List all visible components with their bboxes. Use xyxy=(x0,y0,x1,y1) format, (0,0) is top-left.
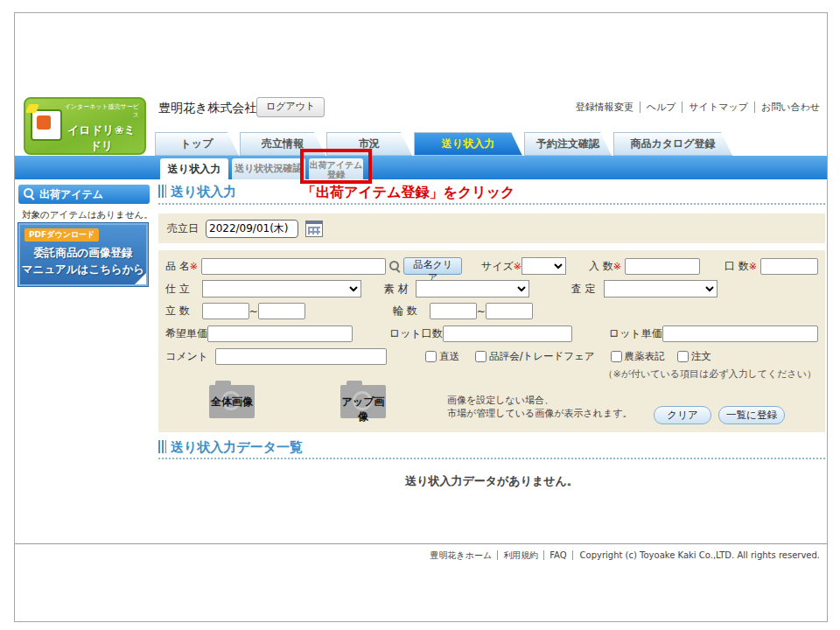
sale-date-bar: 売立日 xyxy=(158,214,825,243)
shitate-label: 仕 立 xyxy=(165,282,190,297)
blooms-max-input[interactable] xyxy=(486,303,533,319)
product-clear-button[interactable]: 品名クリア xyxy=(403,257,461,275)
quantity-input[interactable] xyxy=(625,258,700,275)
invoice-form-panel: 品 名※ 品名クリア サイズ※ 入 数※ 口 数※ 仕 立 素 材 査 定 立 … xyxy=(158,250,825,432)
sidebar-empty-message: 対象のアイテムはありません。 xyxy=(22,209,153,221)
price-input[interactable] xyxy=(207,326,353,342)
lot-price-label: ロット単価 xyxy=(609,326,662,341)
comment-input[interactable] xyxy=(215,348,387,365)
whole-image-label: 全体画像 xyxy=(207,395,256,410)
logo-cube-icon xyxy=(31,109,62,141)
product-search-icon[interactable] xyxy=(389,261,400,272)
lot-price-input[interactable] xyxy=(662,326,818,342)
sidebar-header-label: 出荷アイテム xyxy=(39,188,103,200)
quantity-label: 入 数 xyxy=(589,259,613,274)
footer-link-terms[interactable]: 利用規約 xyxy=(498,550,544,560)
subtab-invoice-entry[interactable]: 送り状入力 xyxy=(160,158,228,179)
subtab-invoice-status[interactable]: 送り状状況確認 xyxy=(232,158,305,179)
tab-top[interactable]: トップ xyxy=(155,132,239,156)
product-name-input[interactable] xyxy=(201,258,386,275)
form-row-product: 品 名※ 品名クリア サイズ※ 入 数※ 口 数※ xyxy=(165,257,818,275)
tab-reservation-check[interactable]: 予約注文確認 xyxy=(524,132,612,156)
image-note: 画像を設定しない場合、 市場が管理している画像が表示されます。 xyxy=(447,394,633,420)
closeup-image-label: アップ画像 xyxy=(339,395,388,424)
tab-sales-info[interactable]: 売立情報 xyxy=(240,132,326,156)
page-title: 送り状入力 xyxy=(158,183,236,200)
stems-min-input[interactable] xyxy=(202,303,249,319)
pdf-download-badge: PDFダウンロード xyxy=(24,228,99,242)
footer: 豊明花きホーム利用規約FAQCopyright (c) Toyoake Kaki… xyxy=(424,550,820,562)
sidebar-shipping-items-header: 出荷アイテム xyxy=(18,185,150,204)
grade-label: 査 定 xyxy=(571,282,596,297)
search-icon xyxy=(24,188,35,200)
title-bars-icon xyxy=(158,185,166,198)
footer-copyright: Copyright (c) Toyoake Kaki Co.,LTD. All … xyxy=(573,550,820,560)
comment-label: コメント xyxy=(165,349,208,364)
data-list-empty-message: 送り状入力データがありません。 xyxy=(158,473,825,489)
customer-name: 豊明花き株式会社様 xyxy=(158,101,269,116)
size-label: サイズ xyxy=(481,259,514,274)
product-name-label: 品 名 xyxy=(165,259,190,274)
sub-tab-bar xyxy=(15,156,827,179)
dotted-divider xyxy=(158,203,825,205)
blooms-label: 輪 数 xyxy=(393,304,417,318)
material-label: 素 材 xyxy=(384,282,409,297)
lot-count-input[interactable] xyxy=(443,326,572,342)
logo-brand: イロドリ❀ミドリ xyxy=(64,122,139,154)
subtab-shipping-item-register[interactable]: 出荷アイテム登録 xyxy=(309,158,363,179)
checkbox-trade-fair[interactable]: 品評会/トレードフェア xyxy=(475,350,595,363)
checkbox-pesticide-note[interactable]: 農薬表記 xyxy=(611,350,665,363)
click-instruction-annotation: 「出荷アイテム登録」をクリック xyxy=(302,184,514,202)
stems-label: 立 数 xyxy=(165,304,190,318)
logo-service-line: インターネット販売サービス xyxy=(64,102,139,120)
count-input[interactable] xyxy=(760,258,818,275)
tab-invoice-entry[interactable]: 送り状入力 xyxy=(414,132,522,156)
shitate-select[interactable] xyxy=(202,280,361,298)
stems-max-input[interactable] xyxy=(258,303,305,319)
count-label: 口 数 xyxy=(724,259,749,274)
logout-button[interactable]: ログアウト xyxy=(256,97,325,117)
tab-catalog-register[interactable]: 商品カタログ登録 xyxy=(613,132,732,156)
form-row-prices: 希望単価 ロット口数 ロット単価 xyxy=(165,326,818,342)
dotted-divider-2 xyxy=(158,458,825,459)
link-account-settings[interactable]: 登録情報変更 xyxy=(570,102,640,113)
page-frame: インターネット販売サービス イロドリ❀ミドリ 豊明花き株式会社 豊明花き株式会社… xyxy=(14,12,828,622)
tab-market[interactable]: 市況 xyxy=(326,132,412,156)
closeup-image-upload[interactable]: アップ画像 xyxy=(340,385,386,418)
blooms-min-input[interactable] xyxy=(430,303,477,319)
form-row-style: 仕 立 素 材 査 定 xyxy=(165,280,818,298)
form-row-comment: コメント 直送 品評会/トレードフェア 農薬表記 注文 xyxy=(165,348,818,365)
sale-date-input[interactable] xyxy=(206,220,298,238)
link-contact[interactable]: お問い合わせ xyxy=(755,102,820,113)
footer-divider xyxy=(15,543,827,544)
pdf-manual-banner[interactable]: PDFダウンロード 委託商品の画像登録 マニュアルはこちらから xyxy=(18,223,148,286)
whole-image-upload[interactable]: 全体画像 xyxy=(209,385,255,418)
checkbox-direct-ship[interactable]: 直送 xyxy=(425,350,459,363)
clear-button[interactable]: クリア xyxy=(654,406,711,424)
required-note: （※が付いている項目は必ず入力してください） xyxy=(603,368,816,381)
calendar-icon[interactable] xyxy=(305,220,323,237)
site-logo: インターネット販売サービス イロドリ❀ミドリ 豊明花き株式会社 xyxy=(24,97,146,155)
footer-link-faq[interactable]: FAQ xyxy=(544,550,572,560)
grade-select[interactable] xyxy=(604,280,718,298)
link-help[interactable]: ヘルプ xyxy=(640,102,683,113)
utility-links: 登録情報変更ヘルプサイトマップお問い合わせ xyxy=(570,101,820,114)
lot-count-label: ロット口数 xyxy=(389,326,443,341)
material-select[interactable] xyxy=(416,280,529,298)
link-sitemap[interactable]: サイトマップ xyxy=(682,102,755,113)
pdf-banner-text: 委託商品の画像登録 マニュアルはこちらから xyxy=(20,244,146,277)
checkbox-order[interactable]: 注文 xyxy=(677,350,711,363)
size-select[interactable] xyxy=(522,257,566,275)
price-label: 希望単価 xyxy=(165,326,207,341)
sale-date-label: 売立日 xyxy=(167,221,199,236)
footer-link-home[interactable]: 豊明花きホーム xyxy=(424,550,498,560)
form-row-counts: 立 数 ~ 輪 数 ~ xyxy=(165,303,818,319)
data-list-title: 送り状入力データ一覧 xyxy=(158,438,303,456)
list-title-bars-icon xyxy=(158,440,166,453)
register-to-list-button[interactable]: 一覧に登録 xyxy=(718,406,785,424)
